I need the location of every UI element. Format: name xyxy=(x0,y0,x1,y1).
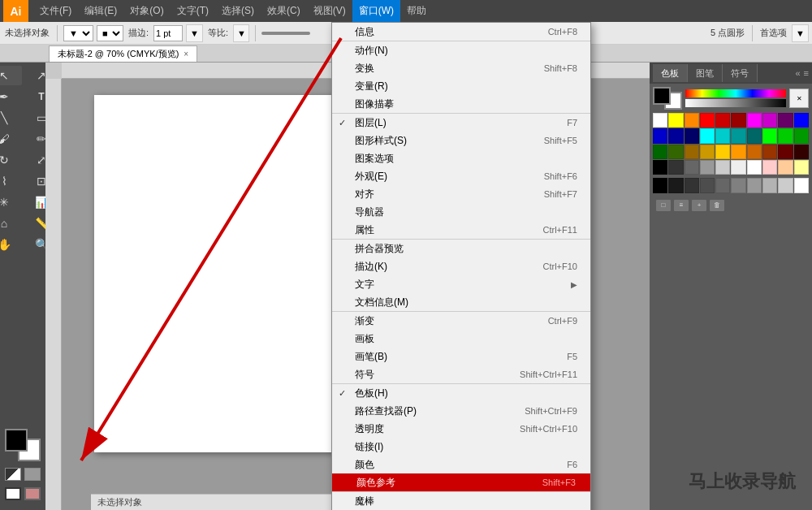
menu-item-graphicStyles[interactable]: 图形样式(S)Shift+F5 xyxy=(332,132,590,149)
swatch-item[interactable] xyxy=(778,145,793,159)
menu-select[interactable]: 选择(S) xyxy=(215,0,261,22)
hue-spectrum[interactable] xyxy=(685,89,786,97)
menu-item-canvas[interactable]: 画板 xyxy=(332,330,590,348)
swatch-item[interactable] xyxy=(685,145,699,159)
swatch-item[interactable] xyxy=(668,128,683,143)
menu-item-transparency[interactable]: 透明度Shift+Ctrl+F10 xyxy=(332,420,590,438)
options-btn[interactable]: ▼ xyxy=(792,24,809,42)
warp-tool[interactable]: ⌇ xyxy=(0,171,22,191)
menu-object[interactable]: 对象(O) xyxy=(123,0,170,22)
swatch-item[interactable] xyxy=(731,128,745,143)
menu-item-pathfinder[interactable]: 路径查找器(P)Shift+Ctrl+F9 xyxy=(332,402,590,420)
tab-close[interactable]: × xyxy=(184,50,188,58)
rotate-tool[interactable]: ↻ xyxy=(0,150,22,170)
swatch-item[interactable] xyxy=(700,113,715,128)
menu-window[interactable]: 窗口(W) xyxy=(352,0,400,22)
swatch-item[interactable] xyxy=(668,145,683,159)
menu-effect[interactable]: 效果(C) xyxy=(261,0,307,22)
menu-item-align[interactable]: 对齐Shift+F7 xyxy=(332,185,590,203)
menu-item-variables[interactable]: 变量(R) xyxy=(332,77,590,95)
swatch-item[interactable] xyxy=(747,160,762,175)
fill-stroke-toggle[interactable] xyxy=(5,468,21,481)
drawing-mode[interactable] xyxy=(24,487,41,500)
swatch-item[interactable] xyxy=(653,145,667,159)
shape-selector[interactable]: ■ xyxy=(97,25,123,41)
swatch-item[interactable] xyxy=(700,160,715,175)
pen-tool[interactable]: ✒ xyxy=(0,87,22,106)
swatch-item[interactable] xyxy=(685,128,699,143)
menu-item-documentInfo[interactable]: 文档信息(M) xyxy=(332,293,590,311)
menu-view[interactable]: 视图(V) xyxy=(307,0,352,22)
menu-file[interactable]: 文件(F) xyxy=(33,0,78,22)
menu-item-appearance[interactable]: 外观(E)Shift+F6 xyxy=(332,167,590,185)
swatch-item[interactable] xyxy=(731,113,745,128)
gray-swatch-item[interactable] xyxy=(700,178,715,192)
line-tool[interactable]: ╲ xyxy=(0,108,22,128)
swatch-library-icon[interactable]: ≡ xyxy=(674,200,689,211)
document-tab[interactable]: 未标题-2 @ 70% (CMYK/预览) × xyxy=(49,45,197,62)
new-swatch-icon[interactable]: □ xyxy=(656,200,671,211)
gray-swatch-item[interactable] xyxy=(653,178,667,192)
menu-item-magic[interactable]: 魔棒 xyxy=(332,492,590,510)
swatch-item[interactable] xyxy=(794,128,809,143)
menu-item-colorPanel[interactable]: ✓色板(H) xyxy=(332,384,590,402)
menu-item-flattenerPreview[interactable]: 拼合器预览 xyxy=(332,240,590,257)
swatch-item[interactable] xyxy=(700,128,715,143)
swatch-item[interactable] xyxy=(747,145,762,159)
menu-item-colorGuide[interactable]: 颜色参考Shift+F3 xyxy=(332,473,590,491)
stroke-down[interactable]: ▼ xyxy=(186,24,203,42)
menu-item-info[interactable]: 信息Ctrl+F8 xyxy=(332,23,590,41)
fg-color-box[interactable] xyxy=(653,87,671,105)
swatch-item[interactable] xyxy=(653,113,667,128)
swatch-item[interactable] xyxy=(685,113,699,128)
gray-swatch-item[interactable] xyxy=(778,178,793,192)
menu-item-navigator[interactable]: 导航器 xyxy=(332,203,590,221)
menu-item-actions[interactable]: 动作(N) xyxy=(332,41,590,59)
menu-type[interactable]: 文字(T) xyxy=(171,0,215,22)
swatch-item[interactable] xyxy=(747,113,762,128)
swatch-item[interactable] xyxy=(715,128,730,143)
none-color[interactable]: ✕ xyxy=(789,89,809,108)
gray-swatch-item[interactable] xyxy=(668,178,683,192)
menu-item-stroke[interactable]: 描边(K)Ctrl+F10 xyxy=(332,257,590,275)
swatch-item[interactable] xyxy=(794,160,809,175)
gray-swatch-item[interactable] xyxy=(715,178,730,192)
swatch-item[interactable] xyxy=(731,160,745,175)
menu-item-patternOptions[interactable]: 图案选项 xyxy=(332,149,590,167)
gray-swatch-item[interactable] xyxy=(794,178,809,192)
swatch-item[interactable] xyxy=(668,113,683,128)
symbol-tool[interactable]: ✳ xyxy=(0,192,22,212)
swatch-item[interactable] xyxy=(700,145,715,159)
none-indicator[interactable] xyxy=(24,468,41,481)
swatch-item[interactable] xyxy=(653,160,667,175)
tool-selector[interactable]: ▼ xyxy=(63,25,93,41)
menu-item-typePanel[interactable]: 文字▶ xyxy=(332,275,590,293)
swatch-item[interactable] xyxy=(794,145,809,159)
menu-item-gradient[interactable]: 渐变Ctrl+F9 xyxy=(332,312,590,330)
swatch-item[interactable] xyxy=(715,160,730,175)
panel-menu[interactable]: ≡ xyxy=(804,68,809,78)
swatch-item[interactable] xyxy=(762,113,777,128)
menu-item-brushes[interactable]: 画笔(B)F5 xyxy=(332,348,590,365)
scale-down[interactable]: ▼ xyxy=(233,24,249,42)
swatch-item[interactable] xyxy=(747,128,762,143)
panel-tab-brushes[interactable]: 图笔 xyxy=(688,64,723,82)
swatch-item[interactable] xyxy=(653,128,667,143)
swatch-item[interactable] xyxy=(778,128,793,143)
swatch-item[interactable] xyxy=(778,160,793,175)
menu-edit[interactable]: 编辑(E) xyxy=(78,0,123,22)
menu-item-imageTrace[interactable]: 图像描摹 xyxy=(332,95,590,113)
swatch-item[interactable] xyxy=(762,160,777,175)
menu-item-links[interactable]: 链接(I) xyxy=(332,438,590,456)
new-color-group-icon[interactable]: + xyxy=(692,200,706,211)
menu-item-attributes[interactable]: 属性Ctrl+F11 xyxy=(332,221,590,239)
foreground-color[interactable] xyxy=(5,429,28,452)
gray-swatch-item[interactable] xyxy=(762,178,777,192)
gray-swatch-item[interactable] xyxy=(685,178,699,192)
select-tool[interactable]: ↖ xyxy=(0,66,22,85)
menu-item-color[interactable]: 颜色F6 xyxy=(332,456,590,473)
swatch-item[interactable] xyxy=(731,145,745,159)
panel-collapse[interactable]: « xyxy=(795,68,800,78)
menu-item-layers[interactable]: ✓图层(L)F7 xyxy=(332,114,590,132)
eyedropper-tool[interactable]: ⌂ xyxy=(0,214,22,233)
